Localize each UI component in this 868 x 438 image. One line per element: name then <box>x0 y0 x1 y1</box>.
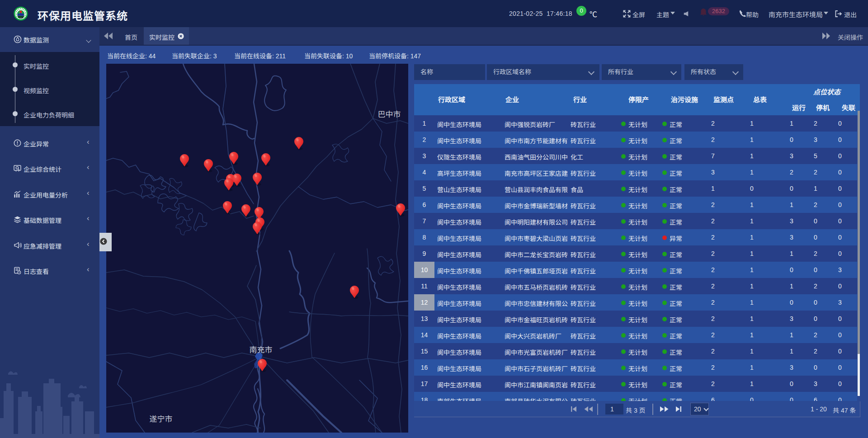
svg-text:巴中市: 巴中市 <box>378 110 401 119</box>
svg-text:南充市: 南充市 <box>250 346 273 354</box>
svg-text:遂宁市: 遂宁市 <box>150 415 173 424</box>
